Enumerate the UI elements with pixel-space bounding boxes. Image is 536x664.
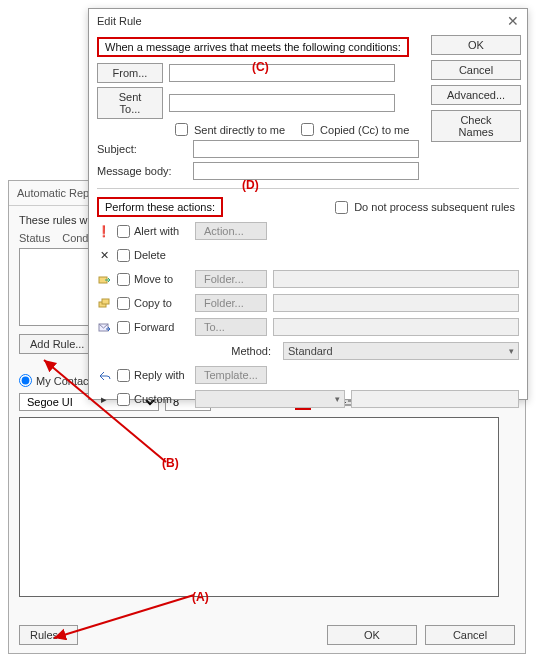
delete-input[interactable] <box>117 249 130 262</box>
svg-rect-14 <box>102 299 109 304</box>
delete-icon: ✕ <box>97 249 111 262</box>
move-folder-button[interactable]: Folder... <box>195 270 267 288</box>
sent-directly-input[interactable] <box>175 123 188 136</box>
actions-header: Perform these actions: <box>97 197 223 217</box>
no-subsequent-label: Do not process subsequent rules <box>354 201 515 213</box>
forward-checkbox[interactable]: Forward <box>117 321 189 334</box>
subject-input[interactable] <box>193 140 419 158</box>
chevron-down-icon: ▾ <box>335 394 340 404</box>
no-subsequent-checkbox[interactable]: Do not process subsequent rules <box>335 201 515 214</box>
message-body-input[interactable] <box>193 162 419 180</box>
move-to-input[interactable] <box>117 273 130 286</box>
alert-with-input[interactable] <box>117 225 130 238</box>
delete-label: Delete <box>134 249 166 261</box>
move-to-checkbox[interactable]: Move to <box>117 273 189 286</box>
custom-label: Custom <box>134 393 172 405</box>
move-to-label: Move to <box>134 273 173 285</box>
auto-cancel-button[interactable]: Cancel <box>425 625 515 645</box>
check-names-button[interactable]: Check Names <box>431 110 521 142</box>
forward-label: Forward <box>134 321 174 333</box>
auto-ok-button[interactable]: OK <box>327 625 417 645</box>
sent-directly-checkbox[interactable]: Sent directly to me <box>175 123 285 136</box>
template-button[interactable]: Template... <box>195 366 267 384</box>
edit-ok-button[interactable]: OK <box>431 35 521 55</box>
custom-checkbox[interactable]: Custom <box>117 393 189 406</box>
move-icon <box>97 273 111 286</box>
sent-directly-label: Sent directly to me <box>194 124 285 136</box>
message-body-label: Message body: <box>97 165 187 177</box>
forward-to-button[interactable]: To... <box>195 318 267 336</box>
conditions-header: When a message arrives that meets the fo… <box>97 37 409 57</box>
cc-to-me-checkbox[interactable]: Copied (Cc) to me <box>301 123 409 136</box>
subject-label: Subject: <box>97 143 187 155</box>
custom-input[interactable] <box>117 393 130 406</box>
radio-my-contacts-input[interactable] <box>19 374 32 387</box>
forward-to-field[interactable] <box>273 318 519 336</box>
action-button[interactable]: Action... <box>195 222 267 240</box>
sent-to-input[interactable] <box>169 94 395 112</box>
chevron-down-icon: ▾ <box>509 346 514 356</box>
edit-rule-title: Edit Rule <box>97 15 142 27</box>
move-folder-field[interactable] <box>273 270 519 288</box>
forward-input[interactable] <box>117 321 130 334</box>
col-status: Status <box>19 232 50 244</box>
advanced-button[interactable]: Advanced... <box>431 85 521 105</box>
add-rule-button[interactable]: Add Rule... <box>19 334 95 354</box>
alert-with-label: Alert with <box>134 225 179 237</box>
reply-icon <box>97 369 111 382</box>
sent-to-button[interactable]: Sent To... <box>97 87 163 119</box>
method-value: Standard <box>288 345 333 357</box>
reply-with-input[interactable] <box>117 369 130 382</box>
delete-checkbox[interactable]: Delete <box>117 249 189 262</box>
reply-with-label: Reply with <box>134 369 185 381</box>
close-icon[interactable]: ✕ <box>507 13 519 29</box>
custom-field[interactable] <box>351 390 519 408</box>
reply-with-checkbox[interactable]: Reply with <box>117 369 189 382</box>
message-editor[interactable] <box>19 417 499 597</box>
cc-to-me-input[interactable] <box>301 123 314 136</box>
custom-expand-icon[interactable]: ▸ <box>97 393 111 406</box>
copy-to-checkbox[interactable]: Copy to <box>117 297 189 310</box>
alert-icon: ❗ <box>97 225 111 238</box>
edit-rule-dialog: Edit Rule ✕ OK Cancel Advanced... Check … <box>88 8 528 400</box>
from-input[interactable] <box>169 64 395 82</box>
from-button[interactable]: From... <box>97 63 163 83</box>
copy-icon <box>97 297 111 310</box>
copy-to-input[interactable] <box>117 297 130 310</box>
edit-cancel-button[interactable]: Cancel <box>431 60 521 80</box>
cc-to-me-label: Copied (Cc) to me <box>320 124 409 136</box>
rules-button[interactable]: Rules... <box>19 625 78 645</box>
method-select[interactable]: Standard ▾ <box>283 342 519 360</box>
copy-folder-button[interactable]: Folder... <box>195 294 267 312</box>
forward-icon <box>97 321 111 334</box>
method-label: Method: <box>117 345 277 357</box>
no-subsequent-input[interactable] <box>335 201 348 214</box>
copy-folder-field[interactable] <box>273 294 519 312</box>
alert-with-checkbox[interactable]: Alert with <box>117 225 189 238</box>
custom-select[interactable]: ▾ <box>195 390 345 408</box>
copy-to-label: Copy to <box>134 297 172 309</box>
